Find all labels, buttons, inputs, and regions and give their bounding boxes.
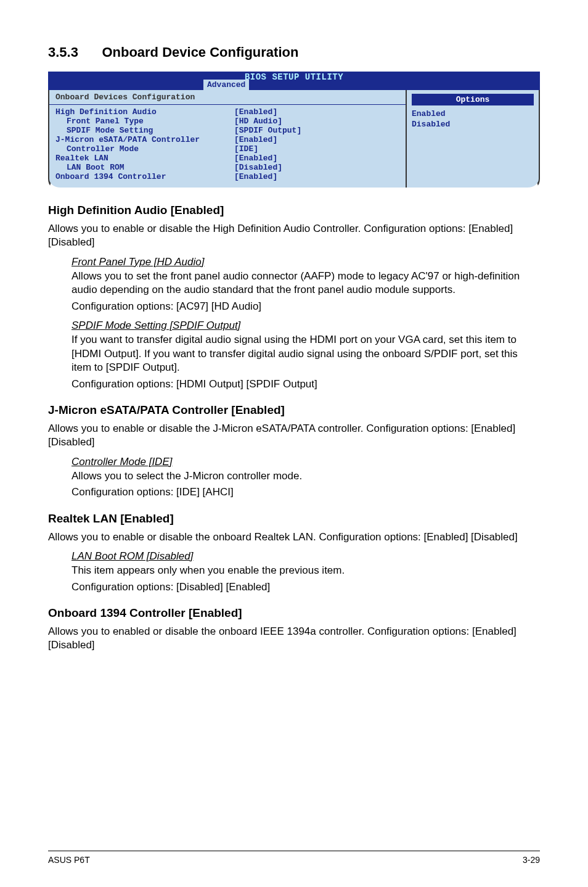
bios-row-value: [Enabled] [234, 154, 277, 163]
bios-row-value: [IDE] [234, 144, 258, 154]
bios-row: Front Panel Type[HD Audio] [55, 117, 399, 126]
bios-row: SPDIF Mode Setting[SPDIF Output] [55, 126, 399, 135]
subheading-spdif: SPDIF Mode Setting [SPDIF Output] [71, 320, 540, 332]
bios-row-label: J-Micron eSATA/PATA Controller [55, 135, 234, 144]
paragraph: Allows you to select the J-Micron contro… [71, 469, 540, 483]
bios-row-label: SPDIF Mode Setting [55, 126, 234, 135]
footer-left: ASUS P6T [48, 855, 90, 865]
paragraph: If you want to transfer digital audio si… [71, 333, 540, 374]
paragraph: This item appears only when you enable t… [71, 564, 540, 577]
bios-row-label: Controller Mode [55, 144, 234, 154]
heading-realtek-lan: Realtek LAN [Enabled] [48, 512, 540, 526]
bios-tab-advanced: Advanced [203, 80, 249, 90]
subheading-controller-mode: Controller Mode [IDE] [71, 456, 540, 468]
bios-option: Disabled [412, 120, 534, 130]
bios-row: High Definition Audio[Enabled] [55, 107, 399, 117]
paragraph: Configuration options: [AC97] [HD Audio] [71, 300, 540, 313]
bios-row-label: Onboard 1394 Controller [55, 172, 234, 181]
footer-right: 3-29 [523, 855, 540, 865]
section-number: 3.5.3 [48, 44, 78, 60]
subheading-front-panel: Front Panel Type [HD Audio] [71, 256, 540, 268]
paragraph: Configuration options: [Disabled] [Enabl… [71, 580, 540, 594]
heading-high-def-audio: High Definition Audio [Enabled] [48, 204, 540, 217]
bios-row-label: Realtek LAN [55, 154, 234, 163]
bios-row-value: [Disabled] [234, 163, 282, 172]
subheading-lan-boot-rom: LAN Boot ROM [Disabled] [71, 550, 540, 563]
bios-row: Onboard 1394 Controller[Enabled] [55, 172, 399, 181]
bios-row-label: Front Panel Type [55, 117, 234, 126]
bios-panel-title: Onboard Devices Configuration [49, 90, 406, 105]
bios-row-label: LAN Boot ROM [55, 163, 234, 172]
bios-row-label: High Definition Audio [55, 107, 234, 117]
paragraph: Allows you to enable or disable the onbo… [48, 530, 540, 544]
paragraph: Allows you to enable or disable the J-Mi… [48, 422, 540, 450]
bios-option: Enabled [412, 109, 534, 120]
bios-row-value: [Enabled] [234, 172, 277, 181]
paragraph: Allows you to set the front panel audio … [71, 270, 540, 297]
bios-row: LAN Boot ROM[Disabled] [55, 163, 399, 172]
bios-row-value: [SPDIF Output] [234, 126, 301, 135]
heading-onboard-1394: Onboard 1394 Controller [Enabled] [48, 606, 540, 620]
bios-title: BIOS SETUP UTILITY [245, 72, 343, 82]
heading-jmicron: J-Micron eSATA/PATA Controller [Enabled] [48, 403, 540, 417]
bios-row-value: [HD Audio] [234, 117, 282, 126]
bios-row-value: [Enabled] [234, 107, 277, 117]
paragraph: Allows you to enabled or disable the onb… [48, 625, 540, 653]
bios-row: J-Micron eSATA/PATA Controller[Enabled] [55, 135, 399, 144]
section-title: Onboard Device Configuration [102, 44, 298, 60]
bios-options-header: Options [412, 94, 534, 105]
paragraph: Allows you to enable or disable the High… [48, 222, 540, 250]
paragraph: Configuration options: [HDMI Output] [SP… [71, 377, 540, 391]
bios-row: Controller Mode[IDE] [55, 144, 399, 154]
bios-row-value: [Enabled] [234, 135, 277, 144]
bios-row: Realtek LAN[Enabled] [55, 154, 399, 163]
paragraph: Configuration options: [IDE] [AHCI] [71, 485, 540, 499]
bios-screenshot: BIOS SETUP UTILITY Advanced Onboard Devi… [48, 72, 540, 191]
